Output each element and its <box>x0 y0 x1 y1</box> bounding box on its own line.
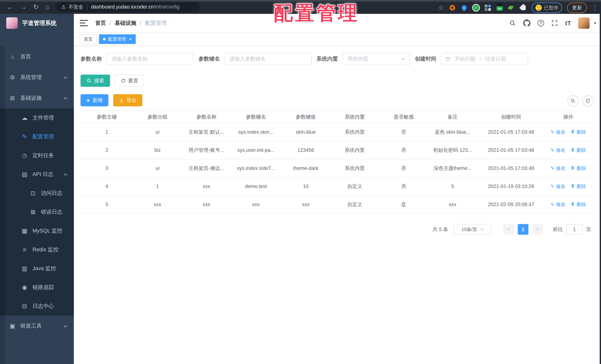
browser-home-icon[interactable]: ⌂ <box>45 4 50 10</box>
sidebar-item-label: 基础设施 <box>20 94 42 102</box>
extension-grid-icon[interactable] <box>484 4 491 11</box>
browser-update-button[interactable]: 更新 <box>567 3 587 13</box>
page-number-1[interactable]: 1 <box>518 224 529 235</box>
forward-icon[interactable]: → <box>20 4 27 10</box>
back-icon[interactable]: ← <box>7 4 13 10</box>
sidebar-item-配置管理[interactable]: ✎配置管理 <box>0 127 74 146</box>
export-button[interactable]: 导出 <box>113 94 142 106</box>
tab-bar: 首页配置管理× <box>74 33 601 46</box>
redis-icon: ≡ <box>21 246 29 253</box>
sidebar-item-定时任务[interactable]: ◷定时任务 <box>0 146 74 165</box>
sidebar-item-首页[interactable]: ⌂首页 <box>0 46 74 67</box>
sidebar-item-基础设施[interactable]: ⊞基础设施∧ <box>0 88 74 108</box>
search-button[interactable]: 搜索 <box>80 75 110 87</box>
sidebar-item-研发工具[interactable]: ▣研发工具∨ <box>0 316 74 336</box>
reset-button[interactable]: 重置 <box>115 75 144 87</box>
chevron-up-icon: ∧ <box>62 172 68 176</box>
prev-page-button[interactable]: < <box>503 224 514 235</box>
trash-icon-wrap <box>571 202 575 207</box>
java-icon: ▥ <box>21 265 29 272</box>
sidebar-item-MySQL 监控[interactable]: ▦MySQL 监控 <box>0 222 74 240</box>
avatar-caret-down-icon[interactable]: ▾ <box>594 20 596 26</box>
sidebar-item-链路追踪[interactable]: ◉链路追踪 <box>0 278 74 297</box>
sidebar-item-系统管理[interactable]: ⚙系统管理∨ <box>0 67 74 88</box>
browser-menu-kebab-icon[interactable]: ⋮ <box>592 4 598 11</box>
edit-link[interactable]: ✎修改 <box>551 165 566 172</box>
sidebar-item-日志中心[interactable]: ⊟日志中心 <box>0 297 74 316</box>
delete-link[interactable]: 删除 <box>571 147 586 153</box>
address-bar[interactable]: ⚠ 不安全 dashboard.yudao.iocoder.cn /infra/… <box>56 2 200 12</box>
url-path: /infra/config <box>154 4 180 10</box>
user-avatar[interactable] <box>578 17 590 29</box>
create-time-daterange[interactable]: 开始日期 - 结束日期 <box>441 53 528 65</box>
add-button[interactable]: + 新增 <box>80 94 108 106</box>
extension-sprout-icon[interactable] <box>508 4 515 11</box>
refresh-circle-button[interactable] <box>582 95 594 106</box>
table-cell: demo.test <box>231 177 281 195</box>
delete-link[interactable]: 删除 <box>571 183 586 190</box>
table-cell: 5 <box>80 195 133 213</box>
filter-param-key: 参数键名 <box>199 53 312 65</box>
fullscreen-icon[interactable] <box>551 20 558 27</box>
sidebar-item-label: MySQL 监控 <box>32 227 62 234</box>
extension-green-check-icon[interactable]: ✓ <box>472 4 480 11</box>
sidebar-item-文件管理[interactable]: ☁文件管理 <box>0 108 74 127</box>
sidebar-item-Redis 监控[interactable]: ≡Redis 监控 <box>0 240 74 259</box>
sidebar-collapse-icon[interactable] <box>80 20 88 26</box>
help-icon[interactable]: ? <box>538 20 544 26</box>
sidebar-item-错误日志[interactable]: ⊠错误日志 <box>0 202 74 222</box>
extension-on-badge-icon[interactable]: on <box>496 4 503 11</box>
paused-badge[interactable]: 已暂停 <box>531 3 562 13</box>
filter-system-builtin: 系统内置 系统内置 ∨ <box>316 53 410 65</box>
delete-link[interactable]: 删除 <box>571 129 586 135</box>
refresh-icon <box>121 78 126 83</box>
filter-create-time: 创建时间 开始日期 - 结束日期 <box>415 53 528 65</box>
header-actions: ? tT ▾ <box>509 14 596 32</box>
edit-pencil-icon: ✎ <box>551 148 554 153</box>
trash-icon-wrap <box>571 129 575 135</box>
breadcrumb-separator: / <box>140 20 141 26</box>
delete-link[interactable]: 删除 <box>571 201 586 208</box>
system-builtin-select[interactable]: 系统内置 ∨ <box>342 53 410 65</box>
table-cell: 否 <box>379 159 429 177</box>
tab-close-icon[interactable]: × <box>129 37 132 41</box>
sidebar-item-label: 定时任务 <box>32 152 54 159</box>
sidebar-item-label: 错误日志 <box>41 208 62 216</box>
tab-首页[interactable]: 首页 <box>80 34 97 44</box>
extension-puzzle-icon[interactable] <box>520 4 527 11</box>
sidebar-item-label: 文件管理 <box>32 114 54 121</box>
sidebar-item-访问日志[interactable]: ⊡访问日志 <box>0 184 74 202</box>
table-cell: 初始化密码 123... <box>429 141 477 159</box>
breadcrumb-item[interactable]: 首页 <box>95 19 106 27</box>
edit-link[interactable]: ✎修改 <box>551 201 566 208</box>
table-row: 3ui主框架页-侧边...sys.index.sideT...theme-dar… <box>80 159 591 177</box>
table-cell: 2021-01-05 17:03:48 <box>477 123 546 141</box>
extension-orange-ring-icon[interactable] <box>449 4 456 11</box>
sidebar-item-API 日志[interactable]: ▤API 日志∧ <box>0 165 74 184</box>
edit-link[interactable]: ✎修改 <box>551 129 566 135</box>
edit-link[interactable]: ✎修改 <box>551 183 566 190</box>
search-icon[interactable] <box>509 20 516 27</box>
update-button-label: 更新 <box>572 4 582 11</box>
sidebar-item-Java 监控[interactable]: ▥Java 监控 <box>0 259 74 278</box>
reload-icon[interactable]: ↻ <box>33 4 39 10</box>
hide-search-circle-button[interactable] <box>567 95 579 106</box>
tab-配置管理[interactable]: 配置管理× <box>99 34 136 44</box>
param-name-input[interactable] <box>106 53 194 65</box>
bookmark-star-icon[interactable]: ☆ <box>438 4 444 12</box>
delete-link[interactable]: 删除 <box>571 165 586 172</box>
font-size-icon[interactable]: tT <box>565 20 571 27</box>
goto-page-input[interactable] <box>566 224 583 235</box>
edit-link[interactable]: ✎修改 <box>551 147 566 153</box>
trash-icon-wrap <box>571 147 575 153</box>
github-icon[interactable] <box>523 19 531 27</box>
param-key-input[interactable] <box>224 53 312 65</box>
config-icon: ✎ <box>21 133 29 140</box>
sidebar-logo[interactable]: 芋道管理系统 <box>0 14 74 32</box>
breadcrumb-item[interactable]: 基础设施 <box>115 19 136 27</box>
page-size-select[interactable]: 10条/页 ∨ <box>454 224 491 235</box>
table-cell: 系统内置 <box>331 141 379 159</box>
sidebar-scrollbar[interactable] <box>0 46 5 364</box>
extension-map-pin-icon[interactable] <box>461 4 468 11</box>
next-page-button[interactable]: > <box>532 224 543 235</box>
